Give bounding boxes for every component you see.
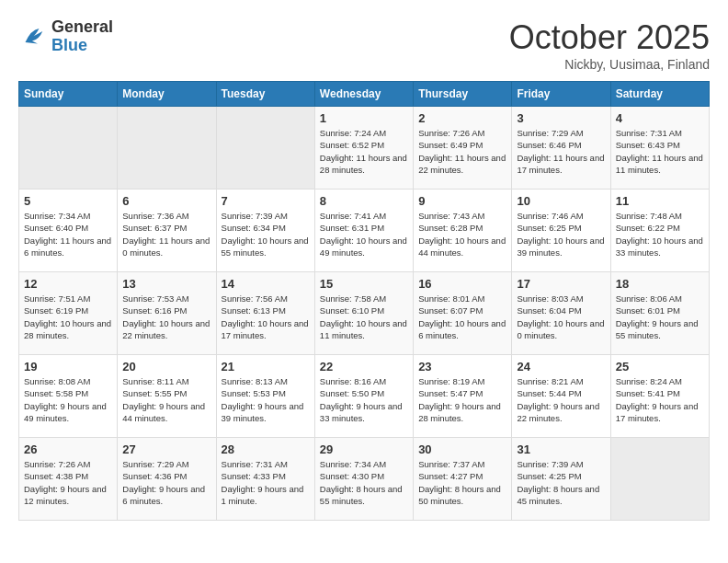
day-info: Sunrise: 7:39 AM Sunset: 6:34 PM Dayligh… — [222, 210, 310, 259]
calendar-cell: 1Sunrise: 7:24 AM Sunset: 6:52 PM Daylig… — [314, 107, 413, 190]
logo-text: General Blue — [51, 18, 113, 55]
day-info: Sunrise: 7:26 AM Sunset: 4:38 PM Dayligh… — [24, 458, 112, 507]
day-info: Sunrise: 7:58 AM Sunset: 6:10 PM Dayligh… — [320, 293, 408, 341]
calendar-cell: 8Sunrise: 7:41 AM Sunset: 6:31 PM Daylig… — [314, 190, 413, 272]
day-number: 27 — [122, 442, 210, 456]
day-number: 10 — [517, 194, 605, 208]
day-info: Sunrise: 8:11 AM Sunset: 5:55 PM Dayligh… — [122, 375, 210, 424]
calendar-cell — [216, 107, 314, 190]
calendar-body: 1Sunrise: 7:24 AM Sunset: 6:52 PM Daylig… — [19, 107, 710, 521]
calendar-cell — [610, 438, 709, 521]
day-info: Sunrise: 7:43 AM Sunset: 6:28 PM Dayligh… — [418, 210, 506, 259]
calendar-cell: 28Sunrise: 7:31 AM Sunset: 4:33 PM Dayli… — [216, 438, 314, 521]
day-info: Sunrise: 7:36 AM Sunset: 6:37 PM Dayligh… — [122, 210, 210, 259]
day-number: 3 — [517, 111, 605, 125]
day-info: Sunrise: 8:21 AM Sunset: 5:44 PM Dayligh… — [517, 375, 605, 424]
day-number: 25 — [616, 360, 704, 373]
day-info: Sunrise: 7:34 AM Sunset: 6:40 PM Dayligh… — [24, 210, 112, 259]
calendar-cell: 30Sunrise: 7:37 AM Sunset: 4:27 PM Dayli… — [414, 438, 512, 521]
day-number: 23 — [418, 360, 506, 373]
day-number: 31 — [517, 442, 605, 456]
weekday-header-saturday: Saturday — [610, 82, 709, 107]
day-number: 15 — [320, 277, 408, 291]
calendar-cell: 20Sunrise: 8:11 AM Sunset: 5:55 PM Dayli… — [118, 355, 216, 438]
title-block: October 2025 Nickby, Uusimaa, Finland — [509, 18, 710, 72]
day-number: 16 — [418, 277, 506, 291]
weekday-header-thursday: Thursday — [414, 82, 512, 107]
calendar-cell: 13Sunrise: 7:53 AM Sunset: 6:16 PM Dayli… — [118, 272, 216, 355]
calendar-cell: 2Sunrise: 7:26 AM Sunset: 6:49 PM Daylig… — [414, 107, 512, 190]
day-info: Sunrise: 7:34 AM Sunset: 4:30 PM Dayligh… — [320, 458, 408, 507]
day-info: Sunrise: 8:16 AM Sunset: 5:50 PM Dayligh… — [320, 375, 408, 424]
day-number: 19 — [24, 360, 112, 373]
logo-bird-icon — [18, 23, 46, 51]
calendar-cell: 9Sunrise: 7:43 AM Sunset: 6:28 PM Daylig… — [414, 190, 512, 272]
calendar-cell: 4Sunrise: 7:31 AM Sunset: 6:43 PM Daylig… — [610, 107, 709, 190]
location-subtitle: Nickby, Uusimaa, Finland — [509, 57, 710, 72]
day-info: Sunrise: 7:31 AM Sunset: 6:43 PM Dayligh… — [616, 127, 704, 176]
day-number: 21 — [222, 360, 310, 373]
day-number: 24 — [517, 360, 605, 373]
day-info: Sunrise: 7:37 AM Sunset: 4:27 PM Dayligh… — [418, 458, 506, 507]
day-number: 17 — [517, 277, 605, 291]
day-number: 20 — [122, 360, 210, 373]
day-info: Sunrise: 7:39 AM Sunset: 4:25 PM Dayligh… — [517, 458, 605, 507]
day-info: Sunrise: 7:24 AM Sunset: 6:52 PM Dayligh… — [320, 127, 408, 176]
day-info: Sunrise: 7:26 AM Sunset: 6:49 PM Dayligh… — [418, 127, 506, 176]
calendar-cell: 14Sunrise: 7:56 AM Sunset: 6:13 PM Dayli… — [216, 272, 314, 355]
day-info: Sunrise: 7:56 AM Sunset: 6:13 PM Dayligh… — [222, 293, 310, 341]
calendar-cell: 19Sunrise: 8:08 AM Sunset: 5:58 PM Dayli… — [19, 355, 118, 438]
calendar-cell: 21Sunrise: 8:13 AM Sunset: 5:53 PM Dayli… — [216, 355, 314, 438]
calendar-cell: 3Sunrise: 7:29 AM Sunset: 6:46 PM Daylig… — [512, 107, 610, 190]
day-number: 6 — [122, 194, 210, 208]
day-number: 22 — [320, 360, 408, 373]
day-number: 28 — [222, 442, 310, 456]
day-info: Sunrise: 8:01 AM Sunset: 6:07 PM Dayligh… — [418, 293, 506, 341]
calendar-cell: 6Sunrise: 7:36 AM Sunset: 6:37 PM Daylig… — [118, 190, 216, 272]
day-info: Sunrise: 7:31 AM Sunset: 4:33 PM Dayligh… — [222, 458, 310, 507]
weekday-header-wednesday: Wednesday — [314, 82, 413, 107]
calendar-cell: 11Sunrise: 7:48 AM Sunset: 6:22 PM Dayli… — [610, 190, 709, 272]
calendar-table: SundayMondayTuesdayWednesdayThursdayFrid… — [18, 81, 710, 521]
calendar-cell: 27Sunrise: 7:29 AM Sunset: 4:36 PM Dayli… — [118, 438, 216, 521]
calendar-cell: 31Sunrise: 7:39 AM Sunset: 4:25 PM Dayli… — [512, 438, 610, 521]
calendar-cell: 18Sunrise: 8:06 AM Sunset: 6:01 PM Dayli… — [610, 272, 709, 355]
calendar-cell: 23Sunrise: 8:19 AM Sunset: 5:47 PM Dayli… — [414, 355, 512, 438]
day-info: Sunrise: 7:46 AM Sunset: 6:25 PM Dayligh… — [517, 210, 605, 259]
day-info: Sunrise: 8:19 AM Sunset: 5:47 PM Dayligh… — [418, 375, 506, 424]
day-number: 4 — [616, 111, 704, 125]
day-info: Sunrise: 8:13 AM Sunset: 5:53 PM Dayligh… — [222, 375, 310, 424]
calendar-cell: 5Sunrise: 7:34 AM Sunset: 6:40 PM Daylig… — [19, 190, 118, 272]
day-info: Sunrise: 7:29 AM Sunset: 4:36 PM Dayligh… — [122, 458, 210, 507]
calendar-cell: 25Sunrise: 8:24 AM Sunset: 5:41 PM Dayli… — [610, 355, 709, 438]
calendar-cell: 17Sunrise: 8:03 AM Sunset: 6:04 PM Dayli… — [512, 272, 610, 355]
calendar-header: SundayMondayTuesdayWednesdayThursdayFrid… — [19, 82, 710, 107]
day-number: 30 — [418, 442, 506, 456]
calendar-cell — [118, 107, 216, 190]
calendar-cell: 10Sunrise: 7:46 AM Sunset: 6:25 PM Dayli… — [512, 190, 610, 272]
calendar-cell: 26Sunrise: 7:26 AM Sunset: 4:38 PM Dayli… — [19, 438, 118, 521]
day-number: 2 — [418, 111, 506, 125]
day-number: 18 — [616, 277, 704, 291]
day-info: Sunrise: 7:51 AM Sunset: 6:19 PM Dayligh… — [24, 293, 112, 341]
calendar-cell: 29Sunrise: 7:34 AM Sunset: 4:30 PM Dayli… — [314, 438, 413, 521]
weekday-header-friday: Friday — [512, 82, 610, 107]
page-header: General Blue October 2025 Nickby, Uusima… — [18, 18, 710, 72]
day-info: Sunrise: 8:08 AM Sunset: 5:58 PM Dayligh… — [24, 375, 112, 424]
day-number: 12 — [24, 277, 112, 291]
day-number: 7 — [222, 194, 310, 208]
day-number: 1 — [320, 111, 408, 125]
calendar-cell: 24Sunrise: 8:21 AM Sunset: 5:44 PM Dayli… — [512, 355, 610, 438]
day-number: 14 — [222, 277, 310, 291]
calendar-cell: 22Sunrise: 8:16 AM Sunset: 5:50 PM Dayli… — [314, 355, 413, 438]
day-number: 13 — [122, 277, 210, 291]
day-info: Sunrise: 7:48 AM Sunset: 6:22 PM Dayligh… — [616, 210, 704, 259]
day-info: Sunrise: 8:03 AM Sunset: 6:04 PM Dayligh… — [517, 293, 605, 341]
calendar-cell: 7Sunrise: 7:39 AM Sunset: 6:34 PM Daylig… — [216, 190, 314, 272]
calendar-cell: 15Sunrise: 7:58 AM Sunset: 6:10 PM Dayli… — [314, 272, 413, 355]
day-number: 29 — [320, 442, 408, 456]
weekday-header-tuesday: Tuesday — [216, 82, 314, 107]
day-number: 11 — [616, 194, 704, 208]
weekday-header-monday: Monday — [118, 82, 216, 107]
day-info: Sunrise: 7:53 AM Sunset: 6:16 PM Dayligh… — [122, 293, 210, 341]
